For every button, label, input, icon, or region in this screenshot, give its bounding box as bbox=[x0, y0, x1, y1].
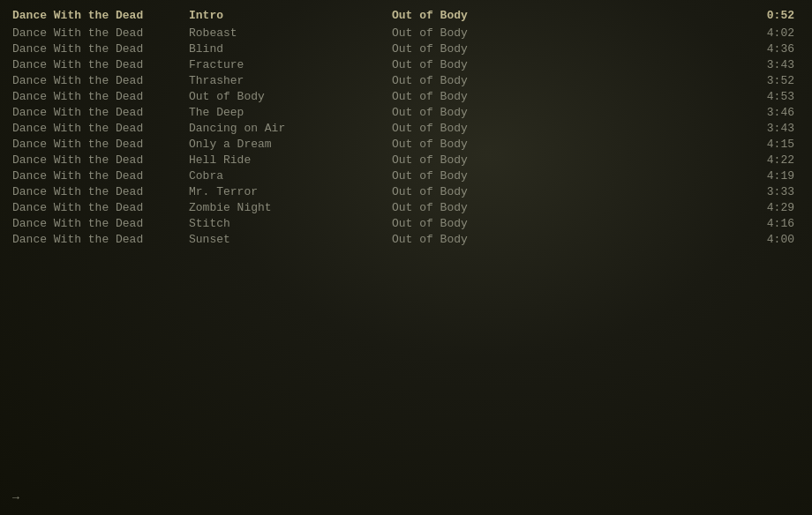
track-album: Out of Body bbox=[392, 185, 741, 198]
track-album: Out of Body bbox=[392, 26, 741, 40]
track-title: Robeast bbox=[189, 26, 392, 40]
track-artist: Dance With the Dead bbox=[12, 26, 189, 40]
track-album: Out of Body bbox=[392, 74, 741, 87]
track-title: Out of Body bbox=[189, 90, 392, 103]
header-duration: 0:52 bbox=[741, 9, 794, 22]
track-artist: Dance With the Dead bbox=[12, 153, 189, 167]
table-row[interactable]: Dance With the DeadThe DeepOut of Body3:… bbox=[0, 104, 812, 120]
table-row[interactable]: Dance With the DeadOnly a DreamOut of Bo… bbox=[0, 136, 812, 152]
track-duration: 4:02 bbox=[741, 26, 794, 40]
header-artist: Dance With the Dead bbox=[12, 9, 189, 22]
track-album: Out of Body bbox=[392, 233, 741, 246]
track-title: Only a Dream bbox=[189, 138, 392, 151]
track-title: Hell Ride bbox=[189, 153, 392, 167]
track-artist: Dance With the Dead bbox=[12, 201, 189, 214]
track-duration: 3:43 bbox=[741, 122, 794, 135]
track-title: Sunset bbox=[189, 233, 392, 246]
track-album: Out of Body bbox=[392, 153, 741, 167]
track-title: Zombie Night bbox=[189, 201, 392, 214]
track-duration: 4:00 bbox=[741, 233, 794, 246]
track-artist: Dance With the Dead bbox=[12, 122, 189, 135]
track-title: Stitch bbox=[189, 217, 392, 230]
track-album: Out of Body bbox=[392, 90, 741, 103]
table-row[interactable]: Dance With the DeadSunsetOut of Body4:00 bbox=[0, 231, 812, 247]
track-album: Out of Body bbox=[392, 106, 741, 119]
track-artist: Dance With the Dead bbox=[12, 185, 189, 198]
table-row[interactable]: Dance With the DeadZombie NightOut of Bo… bbox=[0, 199, 812, 215]
track-duration: 4:16 bbox=[741, 217, 794, 230]
track-title: Dancing on Air bbox=[189, 122, 392, 135]
track-title: Fracture bbox=[189, 58, 392, 71]
track-album: Out of Body bbox=[392, 201, 741, 214]
track-album: Out of Body bbox=[392, 122, 741, 135]
track-album: Out of Body bbox=[392, 169, 741, 183]
track-artist: Dance With the Dead bbox=[12, 90, 189, 103]
track-artist: Dance With the Dead bbox=[12, 233, 189, 246]
track-title: Cobra bbox=[189, 169, 392, 183]
table-row[interactable]: Dance With the DeadDancing on AirOut of … bbox=[0, 120, 812, 136]
track-duration: 3:46 bbox=[741, 106, 794, 119]
track-album: Out of Body bbox=[392, 217, 741, 230]
track-duration: 4:15 bbox=[741, 138, 794, 151]
track-artist: Dance With the Dead bbox=[12, 138, 189, 151]
table-row[interactable]: Dance With the DeadHell RideOut of Body4… bbox=[0, 152, 812, 168]
table-row[interactable]: Dance With the DeadCobraOut of Body4:19 bbox=[0, 168, 812, 183]
arrow-indicator: → bbox=[12, 491, 19, 504]
track-title: Blind bbox=[189, 42, 392, 56]
track-artist: Dance With the Dead bbox=[12, 74, 189, 87]
track-album: Out of Body bbox=[392, 42, 741, 56]
table-row[interactable]: Dance With the DeadFractureOut of Body3:… bbox=[0, 56, 812, 72]
track-duration: 4:29 bbox=[741, 201, 794, 214]
track-duration: 3:52 bbox=[741, 74, 794, 87]
track-title: Thrasher bbox=[189, 74, 392, 87]
track-artist: Dance With the Dead bbox=[12, 169, 189, 183]
track-artist: Dance With the Dead bbox=[12, 106, 189, 119]
track-duration: 4:19 bbox=[741, 169, 794, 183]
track-title: The Deep bbox=[189, 106, 392, 119]
track-list: Dance With the Dead Intro Out of Body 0:… bbox=[0, 0, 812, 254]
track-duration: 3:43 bbox=[741, 58, 794, 71]
track-album: Out of Body bbox=[392, 58, 741, 71]
track-artist: Dance With the Dead bbox=[12, 217, 189, 230]
table-row[interactable]: Dance With the DeadBlindOut of Body4:36 bbox=[0, 41, 812, 56]
track-album: Out of Body bbox=[392, 138, 741, 151]
header-album: Out of Body bbox=[392, 9, 741, 22]
track-artist: Dance With the Dead bbox=[12, 58, 189, 71]
track-list-header: Dance With the Dead Intro Out of Body 0:… bbox=[0, 7, 812, 23]
track-duration: 4:53 bbox=[741, 90, 794, 103]
track-duration: 3:33 bbox=[741, 185, 794, 198]
track-artist: Dance With the Dead bbox=[12, 42, 189, 56]
table-row[interactable]: Dance With the DeadMr. TerrorOut of Body… bbox=[0, 183, 812, 199]
track-title: Mr. Terror bbox=[189, 185, 392, 198]
table-row[interactable]: Dance With the DeadThrasherOut of Body3:… bbox=[0, 72, 812, 88]
table-row[interactable]: Dance With the DeadRobeastOut of Body4:0… bbox=[0, 25, 812, 41]
header-title: Intro bbox=[189, 9, 392, 22]
track-duration: 4:22 bbox=[741, 153, 794, 167]
track-duration: 4:36 bbox=[741, 42, 794, 56]
table-row[interactable]: Dance With the DeadStitchOut of Body4:16 bbox=[0, 215, 812, 231]
table-row[interactable]: Dance With the DeadOut of BodyOut of Bod… bbox=[0, 88, 812, 104]
